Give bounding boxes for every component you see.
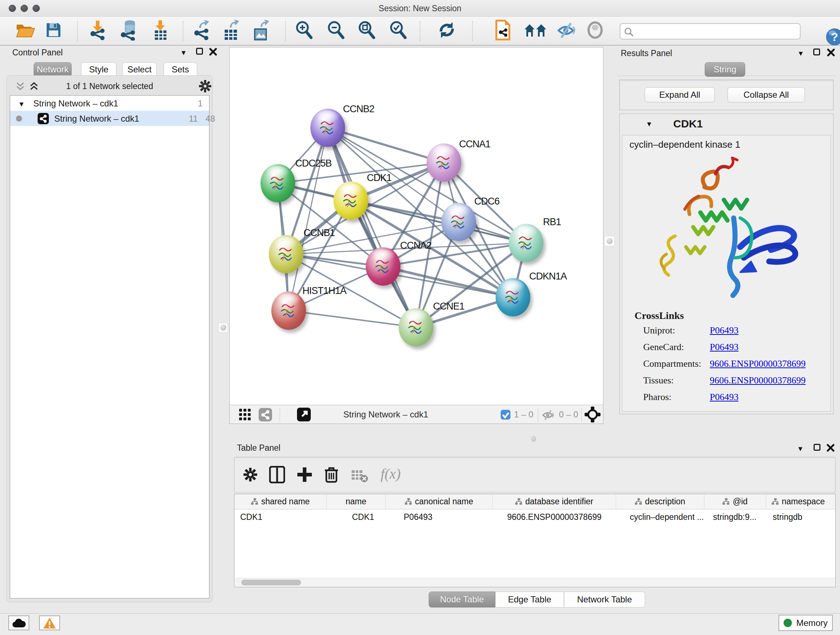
cloud-button[interactable] bbox=[8, 616, 29, 630]
expand-all-button[interactable]: Expand All bbox=[645, 87, 715, 103]
zoom-out-button[interactable] bbox=[326, 20, 345, 41]
results-panel-collapse-icon[interactable]: ▼ bbox=[797, 50, 804, 57]
network-canvas[interactable]: CCNB2CCNA1CDC25BCDK1CDC6RB1CCNB1CCNA2CDK… bbox=[230, 48, 603, 405]
hidden-eye-slash-icon[interactable] bbox=[542, 409, 555, 421]
tab-select[interactable]: Select bbox=[122, 62, 156, 77]
network-collection-row[interactable]: ▼ String Network – cdk1 1 bbox=[10, 96, 209, 111]
tab-sets[interactable]: Sets bbox=[164, 62, 197, 77]
horizontal-scrollbar[interactable] bbox=[235, 578, 835, 586]
import-network-file-button[interactable] bbox=[88, 20, 107, 42]
titlebar: Session: New Session bbox=[0, 0, 840, 17]
results-actions-box: Expand All Collapse All bbox=[619, 80, 834, 110]
tree-column-icon bbox=[515, 498, 523, 505]
network-node-cdk1[interactable] bbox=[333, 181, 368, 220]
crosslink-genecard-link[interactable]: P06493 bbox=[710, 342, 738, 353]
memory-button[interactable]: Memory bbox=[778, 615, 833, 631]
delete-column-icon[interactable] bbox=[324, 466, 339, 483]
warnings-button[interactable] bbox=[39, 616, 60, 630]
hide-selected-button[interactable] bbox=[556, 21, 577, 41]
string-import-button[interactable] bbox=[493, 19, 512, 42]
table-panel-collapse-icon[interactable]: ▼ bbox=[797, 445, 804, 452]
control-panel-float-icon[interactable] bbox=[196, 48, 203, 55]
network-list: ▼ String Network – cdk1 1 String Network… bbox=[10, 95, 210, 599]
zoom-out-icon bbox=[326, 20, 345, 40]
refresh-view-button[interactable] bbox=[437, 21, 456, 41]
zoom-fit-button[interactable] bbox=[357, 20, 376, 41]
column-header[interactable]: canonical name bbox=[386, 494, 493, 509]
export-image-button[interactable] bbox=[253, 19, 271, 42]
network-status-dot bbox=[16, 116, 22, 122]
network-node-ccna2[interactable] bbox=[366, 247, 401, 286]
control-panel-close-icon[interactable] bbox=[209, 48, 217, 56]
column-header[interactable]: shared name bbox=[234, 494, 327, 509]
tab-string-results[interactable]: String bbox=[705, 62, 745, 77]
table-gear-icon[interactable] bbox=[243, 467, 257, 482]
network-node-cdkn1a[interactable] bbox=[496, 278, 531, 317]
fit-selected-crosshair-icon[interactable] bbox=[584, 407, 600, 423]
selected-nodes-checkbox[interactable] bbox=[501, 410, 510, 420]
open-in-window-icon[interactable] bbox=[297, 408, 311, 421]
network-edge[interactable] bbox=[328, 128, 416, 327]
collapse-all-button[interactable]: Collapse All bbox=[728, 87, 805, 103]
network-node-cdc25b[interactable] bbox=[261, 164, 295, 203]
table-panel-close-icon[interactable] bbox=[827, 444, 835, 452]
options-gear-icon[interactable] bbox=[199, 80, 212, 93]
tree-column-icon bbox=[635, 498, 642, 505]
search-input[interactable] bbox=[636, 25, 796, 38]
network-node-ccne1[interactable] bbox=[399, 308, 433, 347]
network-edge[interactable] bbox=[289, 310, 416, 327]
import-table-button[interactable] bbox=[152, 19, 169, 42]
network-node-cdc6[interactable] bbox=[441, 203, 476, 241]
tab-node-table[interactable]: Node Table bbox=[429, 592, 495, 608]
add-column-icon[interactable] bbox=[297, 467, 313, 483]
network-row-selected[interactable]: String Network – cdk1 11 48 bbox=[10, 111, 209, 126]
zoom-selected-button[interactable] bbox=[388, 20, 407, 41]
results-panel-float-icon[interactable] bbox=[813, 49, 820, 55]
help-button[interactable]: ? bbox=[826, 28, 840, 46]
left-splitter-handle[interactable] bbox=[218, 323, 228, 333]
crosslink-tissues-link[interactable]: 9606.ENSP00000378699 bbox=[710, 375, 806, 386]
search-box[interactable] bbox=[620, 23, 801, 40]
scrollbar-thumb[interactable] bbox=[241, 580, 301, 585]
node-label-cdc6: CDC6 bbox=[474, 196, 500, 207]
home-panels-button[interactable] bbox=[524, 21, 547, 40]
column-header[interactable]: @id bbox=[704, 494, 766, 509]
table-panel-float-icon[interactable] bbox=[813, 444, 821, 451]
results-panel-close-icon[interactable] bbox=[827, 49, 835, 57]
save-session-button[interactable] bbox=[45, 22, 62, 40]
show-hidden-button[interactable] bbox=[585, 21, 605, 41]
entry-collapse-caret[interactable]: ▼ bbox=[646, 120, 653, 127]
open-session-button[interactable] bbox=[16, 22, 35, 40]
network-node-ccnb2[interactable] bbox=[310, 109, 345, 147]
network-node-ccnb1[interactable] bbox=[269, 235, 303, 273]
show-columns-icon[interactable] bbox=[269, 466, 285, 483]
tab-network[interactable]: Network bbox=[34, 62, 72, 77]
selected-counts: 1 – 0 bbox=[514, 409, 533, 420]
zoom-in-button[interactable] bbox=[294, 20, 313, 41]
import-network-database-button[interactable] bbox=[119, 19, 140, 42]
network-node-hist1h1a[interactable] bbox=[271, 291, 306, 330]
right-splitter-handle[interactable] bbox=[605, 236, 615, 246]
memory-label: Memory bbox=[796, 618, 828, 628]
crosslink-pharos-link[interactable]: P06493 bbox=[710, 392, 738, 402]
tab-network-table[interactable]: Network Table bbox=[564, 592, 645, 608]
collection-expand-caret[interactable]: ▼ bbox=[18, 101, 25, 108]
column-header[interactable]: namespace bbox=[766, 494, 830, 509]
crosslink-uniprot-link[interactable]: P06493 bbox=[710, 325, 738, 336]
network-edge[interactable] bbox=[328, 128, 444, 163]
column-header[interactable]: name bbox=[327, 494, 386, 509]
crosslink-compartments-link[interactable]: 9606.ENSP00000378699 bbox=[710, 358, 806, 369]
tab-edge-table[interactable]: Edge Table bbox=[495, 592, 564, 608]
network-node-ccna1[interactable] bbox=[426, 143, 461, 182]
export-network-button[interactable] bbox=[192, 20, 211, 42]
tab-style[interactable]: Style bbox=[81, 62, 117, 77]
grid-view-icon[interactable] bbox=[238, 408, 251, 421]
column-header[interactable]: description bbox=[616, 494, 704, 509]
network-node-rb1[interactable] bbox=[508, 224, 543, 262]
column-header[interactable]: database identifier bbox=[493, 494, 616, 509]
export-table-button[interactable] bbox=[223, 19, 240, 42]
birds-eye-icon[interactable] bbox=[259, 408, 272, 421]
table-row[interactable]: CDK1 CDK1 P06493 9606.ENSP00000378699 cy… bbox=[234, 509, 835, 524]
network-edge[interactable] bbox=[289, 128, 328, 310]
control-panel-collapse-icon[interactable]: ▼ bbox=[180, 49, 187, 56]
